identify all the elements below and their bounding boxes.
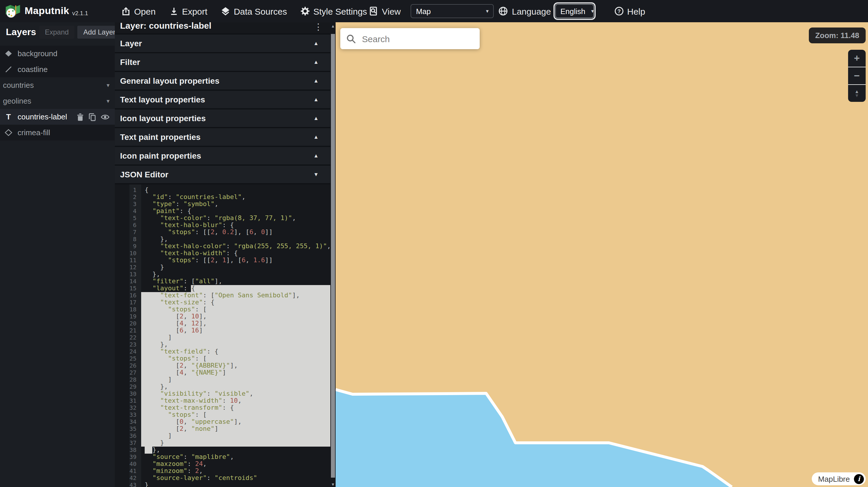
layer-item-background[interactable]: background [0,46,115,61]
panel-title: Layer: countries-label [115,22,330,30]
code-line[interactable]: 43} [115,482,330,487]
code-line[interactable]: 13 }, [115,271,330,278]
layers-title: Layers [6,27,36,37]
code-line[interactable]: 7 "stops": [[2, 0.2], [6, 0]] [115,229,330,236]
scroll-up-icon[interactable]: ▲ [330,24,336,28]
code-line[interactable]: 37 } [115,440,330,447]
info-icon[interactable]: i [854,474,864,484]
code-line[interactable]: 1{ [115,187,330,194]
layer-group-geolines[interactable]: geolines ▾ [0,93,115,109]
section-layer[interactable]: Layer ▲ [115,35,330,53]
duplicate-layer-button[interactable] [88,113,96,121]
code-line[interactable]: 34 [0, "uppercase"], [115,419,330,426]
section-text-paint[interactable]: Text paint properties ▲ [115,128,330,147]
code-line[interactable]: 20 [4, 12], [115,320,330,327]
code-line[interactable]: 33 "stops": [ [115,412,330,419]
diamond-filled-icon [4,50,13,58]
code-line[interactable]: 10 "text-halo-width": { [115,250,330,257]
code-line[interactable]: 14 "filter": ["all"], [115,278,330,285]
code-line[interactable]: 28 ] [115,377,330,383]
language-select[interactable]: English ▾ [555,4,594,18]
code-line[interactable]: 29 }, [115,383,330,390]
scroll-down-icon[interactable]: ▼ [330,482,336,486]
code-line[interactable]: 23 }, [115,341,330,348]
view-select-value: Map [416,7,431,15]
code-line[interactable]: 39 "source": "maplibre", [115,454,330,461]
code-line[interactable]: 15 "layout": { [115,285,330,292]
section-json-editor[interactable]: JSON Editor ▼ [115,166,330,184]
code-line[interactable]: 21 [6, 16] [115,327,330,334]
code-line[interactable]: 32 "text-transform": { [115,404,330,412]
code-line[interactable]: 27 [4, "{NAME}"] [115,369,330,377]
export-button[interactable]: Export [169,6,207,16]
delete-layer-button[interactable] [77,113,84,121]
code-line[interactable]: 8 }, [115,236,330,243]
section-text-layout[interactable]: Text layout properties ▲ [115,91,330,109]
code-line[interactable]: 36 ] [115,432,330,440]
code-line[interactable]: 26 [2, "{ABBREV}"], [115,362,330,369]
compass-button[interactable]: ▲ ▼ [848,84,866,102]
code-line[interactable]: 30 "visibility": "visible", [115,390,330,397]
section-icon-paint[interactable]: Icon paint properties ▲ [115,147,330,166]
code-line[interactable]: 19 [2, 10], [115,313,330,320]
add-layer-button[interactable]: Add Layer [78,26,115,39]
code-line[interactable]: 18 "stops": [ [115,306,330,313]
code-line[interactable]: 16 "text-font": ["Open Sans Semibold"], [115,292,330,299]
code-line[interactable]: 31 "text-max-width": 10, [115,397,330,404]
code-line[interactable]: 9 "text-halo-color": "rgba(255, 255, 255… [115,243,330,250]
layer-item-coastline[interactable]: coastline [0,61,115,77]
panel-scrollbar[interactable]: ▲ ▼ [330,22,336,487]
export-label: Export [182,6,207,16]
layer-actions [77,113,110,121]
code-line[interactable]: 5 "text-color": "rgba(8, 37, 77, 1)", [115,215,330,222]
kebab-menu-icon[interactable]: ⋮ [314,22,323,32]
section-icon-layout[interactable]: Icon layout properties ▲ [115,109,330,128]
code-line[interactable]: 24 "text-field": { [115,348,330,355]
code-line[interactable]: 25 "stops": [ [115,355,330,362]
data-sources-button[interactable]: Data Sources [221,6,287,16]
toggle-visibility-button[interactable] [101,113,110,120]
json-code[interactable]: 1{2 "id": "countries-label",3 "type": "s… [115,187,330,487]
code-line[interactable]: 38 }, [115,447,330,454]
layer-item-crimea-fill[interactable]: crimea-fill [0,125,115,140]
zoom-indicator: Zoom: 11.48 [809,28,866,43]
view-select[interactable]: Map ▾ [411,4,494,18]
help-button[interactable]: ? Help [614,6,645,16]
collapse-arrow-icon: ▲ [313,40,319,46]
code-line[interactable]: 40 "maxzoom": 24, [115,461,330,468]
code-line[interactable]: 11 "stops": [[2, 1], [6, 1.6]] [115,257,330,264]
code-line[interactable]: 12 } [115,264,330,271]
search-icon [346,34,356,43]
open-button[interactable]: Open [121,6,155,16]
app-version: v2.1.1 [72,10,88,17]
style-settings-button[interactable]: Style Settings [301,6,367,16]
code-line[interactable]: 35 [2, "none"] [115,426,330,432]
code-line[interactable]: 6 "text-halo-blur": { [115,222,330,229]
collapse-arrow-icon: ▲ [313,115,319,121]
code-line[interactable]: 41 "minzoom": 2, [115,468,330,475]
section-general-layout[interactable]: General layout properties ▲ [115,72,330,91]
expand-button[interactable]: Expand [39,26,74,39]
code-line[interactable]: 2 "id": "countries-label", [115,194,330,201]
zoom-out-button[interactable]: − [848,67,866,84]
layer-group-countries[interactable]: countries ▾ [0,77,115,93]
map-view[interactable]: Zoom: 11.48 + − ▲ ▼ MapLibre i [336,22,868,487]
layer-item-countries-label[interactable]: T countries-label [0,109,115,125]
scrollbar-thumb[interactable] [331,34,335,478]
code-line[interactable]: 22 ] [115,334,330,341]
code-line[interactable]: 17 "text-size": { [115,299,330,306]
code-line[interactable]: 4 "paint": { [115,208,330,215]
search-input[interactable] [361,33,480,44]
attribution-link[interactable]: MapLibre [818,475,850,483]
line-icon [4,65,13,73]
code-line[interactable]: 42 "source-layer": "centroids" [115,475,330,482]
collapse-arrow-icon: ▲ [313,134,319,140]
chevron-down-icon: ▾ [591,8,594,14]
section-filter[interactable]: Filter ▲ [115,53,330,72]
language-group: Language English ▾ ? Help [498,0,645,22]
code-line[interactable]: 3 "type": "symbol", [115,201,330,208]
chevron-down-icon: ▾ [486,8,489,14]
layers-sidebar: Layers Expand Add Layer background coast… [0,22,115,487]
zoom-in-button[interactable]: + [848,50,866,67]
layer-group-label: geolines [3,97,31,105]
